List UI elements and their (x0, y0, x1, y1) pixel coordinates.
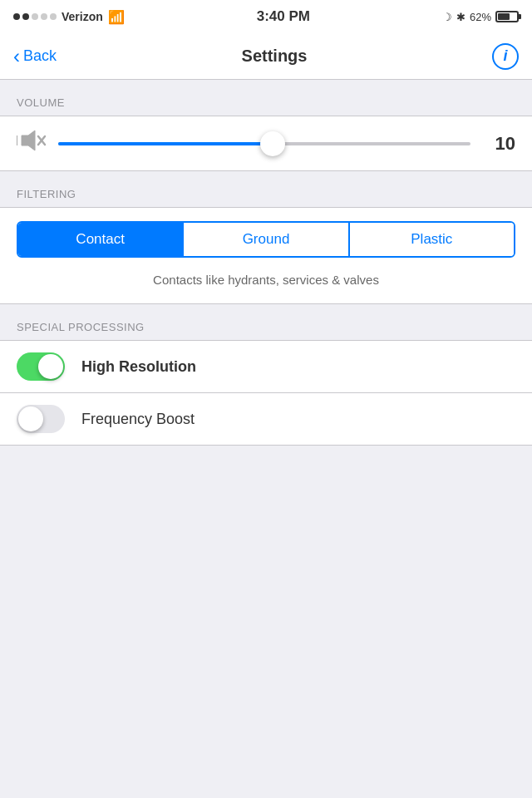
toggle-knob-high-res (38, 354, 63, 379)
info-button[interactable]: i (492, 43, 519, 70)
signal-dot-5 (50, 13, 57, 20)
signal-dot-4 (41, 13, 47, 20)
page-title: Settings (242, 47, 308, 66)
filter-description: Contacts like hydrants, services & valve… (17, 269, 515, 290)
battery-icon (495, 11, 519, 22)
slider-thumb[interactable] (260, 131, 285, 156)
high-resolution-toggle[interactable] (17, 352, 65, 381)
status-left: Verizon 📶 (13, 9, 125, 25)
battery-percentage: 62% (470, 11, 491, 23)
battery-fill (498, 13, 510, 20)
high-resolution-row: High Resolution (0, 341, 532, 393)
svg-marker-0 (22, 131, 35, 150)
back-chevron-icon: ‹ (13, 47, 20, 66)
slider-fill (58, 142, 273, 145)
nav-bar: ‹ Back Settings i (0, 33, 532, 80)
carrier-name: Verizon (62, 10, 103, 23)
signal-dot-3 (32, 13, 38, 20)
segmented-control: Contact Ground Plastic (17, 221, 515, 258)
special-processing-header: SPECIAL PROCESSING (0, 304, 532, 340)
special-processing-section: High Resolution Frequency Boost (0, 340, 532, 446)
status-bar: Verizon 📶 3:40 PM ☽ ✱ 62% (0, 0, 532, 33)
bottom-space (0, 446, 532, 612)
frequency-boost-toggle[interactable] (17, 405, 65, 433)
wifi-icon: 📶 (108, 9, 125, 25)
status-right: ☽ ✱ 62% (442, 11, 519, 23)
status-time: 3:40 PM (257, 8, 310, 25)
info-icon: i (503, 47, 507, 65)
signal-dots (13, 13, 57, 20)
frequency-boost-label: Frequency Boost (81, 411, 195, 428)
filter-contact-button[interactable]: Contact (18, 223, 182, 256)
slider-track (58, 142, 470, 145)
speaker-icon (17, 128, 47, 159)
moon-icon: ☽ (442, 11, 452, 23)
volume-slider[interactable] (58, 130, 470, 158)
volume-value: 10 (482, 133, 515, 155)
bluetooth-icon: ✱ (456, 11, 466, 23)
toggle-knob-freq-boost (18, 406, 43, 431)
frequency-boost-row: Frequency Boost (0, 393, 532, 445)
signal-dot-1 (13, 13, 20, 20)
filter-ground-button[interactable]: Ground (184, 223, 347, 256)
back-button[interactable]: ‹ Back (13, 47, 57, 66)
filter-plastic-button[interactable]: Plastic (350, 223, 514, 256)
back-label: Back (23, 47, 57, 65)
volume-section-header: VOLUME (0, 80, 532, 116)
volume-section: 10 (0, 116, 532, 171)
signal-dot-2 (22, 13, 29, 20)
filtering-section-header: FILTERING (0, 171, 532, 207)
high-resolution-label: High Resolution (81, 358, 196, 376)
filtering-section: Contact Ground Plastic Contacts like hyd… (0, 207, 532, 304)
